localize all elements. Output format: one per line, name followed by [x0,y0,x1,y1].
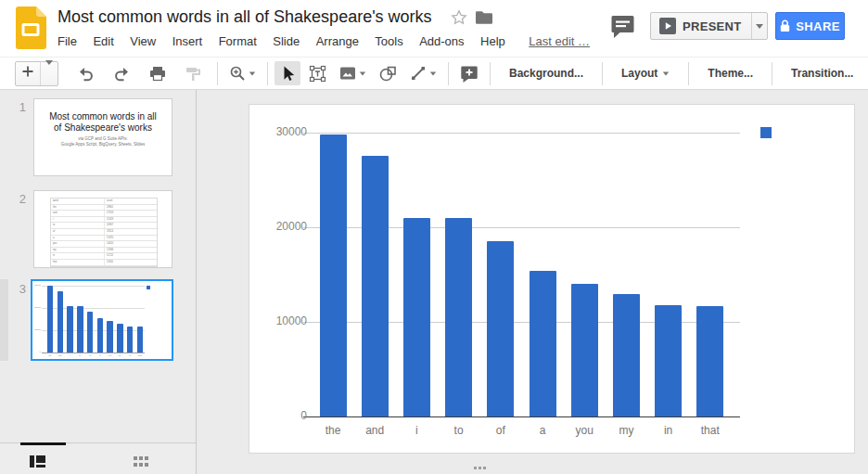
bar-my [613,294,640,416]
line-tool-button[interactable] [405,61,441,85]
slides-logo-icon[interactable] [14,6,47,50]
background-button[interactable]: Background... [497,67,595,80]
insert-comment-button[interactable] [455,61,483,85]
text-box-button[interactable] [304,61,331,85]
document-title[interactable]: Most common words in all of Shakespeare'… [57,7,432,27]
mini-table-cell: of [51,229,105,235]
filmstrip-view-button[interactable] [26,453,48,469]
mini-table-cell: the [51,205,105,211]
bar-and [362,156,389,416]
text-box-icon [309,65,326,83]
mini-table-row: wordcount [51,199,157,205]
title-block: Most common words in all of Shakespeare'… [57,7,432,27]
filmstrip-panel: 1 Most common words in all of Shakespear… [0,90,197,474]
menu-arrange[interactable]: Arrange [316,34,359,48]
menu-edit[interactable]: Edit [93,34,113,48]
mini-table-cell: 12936 [105,248,157,253]
present-dropdown-button[interactable] [752,13,767,39]
bar-in [127,327,134,352]
insert-image-button[interactable] [335,61,371,85]
menu-slide[interactable]: Slide [273,34,300,48]
y-tick-label: 0 [259,409,307,424]
mini-table-cell: that [51,260,105,265]
present-button-group: PRESENT [650,12,768,40]
y-tick-label: 10000 [259,314,307,329]
menu-view[interactable]: View [130,34,156,48]
slide-canvas[interactable]: 0100002000030000theanditoofayoumyinthat [249,104,855,454]
chevron-down-icon [430,71,436,75]
notes-resize-handle[interactable] [474,467,486,469]
mini-table-cell: 27529 [105,211,157,216]
bar-chart[interactable]: 0100002000030000theanditoofayoumyinthat [249,105,854,453]
slide-1-number: 1 [9,100,26,114]
menu-file[interactable]: File [57,34,77,48]
paint-format-button[interactable] [180,61,206,85]
share-button[interactable]: SHARE [775,12,845,40]
move-folder-icon[interactable] [475,10,493,25]
redo-button[interactable] [108,61,135,85]
share-label: SHARE [796,19,840,33]
grid-view-button[interactable] [130,453,152,469]
x-tick-label: i [66,354,75,356]
menu-help[interactable]: Help [480,34,505,48]
slide-2-thumbnail[interactable]: wordcountthe29801and27529i21029to20957of… [33,190,172,268]
mini-table-cell: 11722 [105,253,157,259]
menu-tools[interactable]: Tools [375,34,402,48]
new-slide-dropdown[interactable] [41,65,57,82]
theme-button[interactable]: Theme... [696,67,765,80]
bar-a [530,271,556,416]
mini-table-row: a15370 [51,236,157,242]
slide-3-mini-chart: 0100002000030000theanditoofayoumyinthat [32,281,172,359]
menu-insert[interactable]: Insert [172,34,203,48]
x-tick-label: the [313,424,354,437]
shape-tool-button[interactable] [375,61,402,85]
bar-and [57,291,64,352]
x-tick-label: of [479,424,521,437]
x-tick-label: to [438,424,479,437]
mini-table-cell: my [51,248,105,253]
mini-table-cell: word [51,199,105,204]
last-edit-link[interactable]: Last edit … [529,34,590,48]
chevron-down-icon [663,71,669,75]
x-tick-label: the [45,354,55,356]
x-tick-label: that [135,354,145,356]
bar-in [655,305,682,416]
google-slides-app: Most common words in all of Shakespeare'… [0,0,868,474]
toolbar: Background... Layout Theme... Transition… [0,57,868,90]
mini-table-cell: 15370 [105,236,157,241]
bar-you [107,321,113,352]
present-button[interactable]: PRESENT [651,13,751,39]
slide-3-thumbnail[interactable]: 0100002000030000theanditoofayoumyinthat [31,279,173,361]
bar-of [487,241,514,416]
gridline [303,133,740,134]
x-tick-label: you [564,424,606,437]
comments-icon[interactable] [610,15,636,39]
menu-format[interactable]: Format [219,34,257,48]
view-toggle-bar [0,442,196,474]
image-icon [339,66,356,81]
layout-button[interactable]: Layout [609,67,682,80]
x-tick-label: a [96,354,105,356]
legend-swatch [760,127,772,138]
x-axis-line [42,352,145,353]
mini-table-cell: count [105,199,157,204]
bar-a [97,318,104,352]
divider [772,62,772,85]
present-label: PRESENT [683,19,742,33]
undo-button[interactable] [72,61,99,85]
slide-1-thumbnail[interactable]: Most common words in all of Shakespeare'… [33,98,172,176]
transition-button[interactable]: Transition... [779,67,865,80]
zoom-button[interactable] [224,61,261,85]
star-icon[interactable] [451,9,467,26]
y-tick-label: 20000 [33,306,41,309]
print-button[interactable] [145,61,171,85]
select-tool-button[interactable] [274,61,300,85]
shape-icon [379,65,397,83]
bar-that [137,327,144,352]
cursor-icon [279,65,296,82]
background-label: Background... [509,67,583,80]
new-slide-button[interactable] [15,61,58,86]
x-tick-label: that [689,424,731,437]
x-tick-label: to [75,354,84,356]
menu-addons[interactable]: Add-ons [419,34,464,48]
